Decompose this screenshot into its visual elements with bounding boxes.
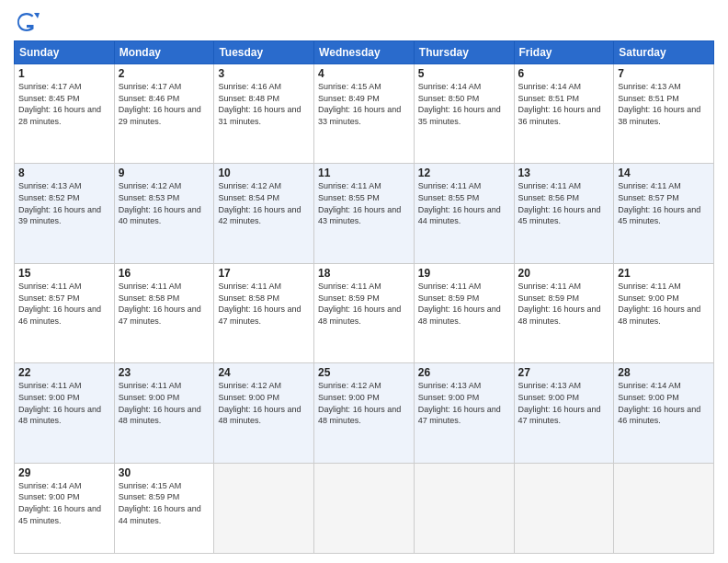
table-row: 24 Sunrise: 4:12 AM Sunset: 9:00 PM Dayl… bbox=[214, 363, 314, 463]
day-info: Sunrise: 4:12 AM Sunset: 9:00 PM Dayligh… bbox=[218, 380, 310, 426]
sunrise-label: Sunrise: 4:15 AM bbox=[119, 481, 182, 490]
sunrise-label: Sunrise: 4:14 AM bbox=[518, 82, 582, 91]
sunrise-label: Sunrise: 4:11 AM bbox=[119, 282, 182, 291]
daylight-label: Daylight: 16 hours and 48 minutes. bbox=[18, 405, 101, 426]
daylight-label: Daylight: 16 hours and 47 minutes. bbox=[218, 304, 301, 326]
day-info: Sunrise: 4:14 AM Sunset: 8:51 PM Dayligh… bbox=[518, 81, 610, 127]
day-number: 18 bbox=[318, 267, 410, 280]
day-number: 14 bbox=[618, 167, 710, 179]
sunrise-label: Sunrise: 4:14 AM bbox=[418, 82, 482, 91]
sunset-label: Sunset: 8:51 PM bbox=[518, 94, 580, 103]
sunrise-label: Sunrise: 4:12 AM bbox=[218, 381, 281, 390]
table-row: 4 Sunrise: 4:15 AM Sunset: 8:49 PM Dayli… bbox=[314, 64, 415, 164]
table-row: 8 Sunrise: 4:13 AM Sunset: 8:52 PM Dayli… bbox=[15, 164, 115, 263]
table-row bbox=[414, 463, 514, 553]
table-row: 7 Sunrise: 4:13 AM Sunset: 8:51 PM Dayli… bbox=[614, 64, 714, 164]
table-row: 20 Sunrise: 4:11 AM Sunset: 8:59 PM Dayl… bbox=[514, 263, 614, 362]
sunrise-label: Sunrise: 4:13 AM bbox=[518, 381, 582, 390]
table-row: 3 Sunrise: 4:16 AM Sunset: 8:48 PM Dayli… bbox=[214, 64, 314, 164]
day-info: Sunrise: 4:12 AM Sunset: 9:00 PM Dayligh… bbox=[318, 380, 410, 426]
table-row: 14 Sunrise: 4:11 AM Sunset: 8:57 PM Dayl… bbox=[614, 164, 714, 263]
table-row: 23 Sunrise: 4:11 AM Sunset: 9:00 PM Dayl… bbox=[114, 363, 214, 463]
sunset-label: Sunset: 8:59 PM bbox=[119, 492, 180, 501]
day-number: 15 bbox=[18, 267, 110, 280]
day-info: Sunrise: 4:11 AM Sunset: 8:55 PM Dayligh… bbox=[318, 180, 410, 226]
table-row: 22 Sunrise: 4:11 AM Sunset: 9:00 PM Dayl… bbox=[15, 363, 115, 463]
col-thursday: Thursday bbox=[414, 41, 514, 64]
daylight-label: Daylight: 16 hours and 47 minutes. bbox=[119, 304, 201, 326]
sunrise-label: Sunrise: 4:11 AM bbox=[418, 282, 482, 291]
calendar-page: Sunday Monday Tuesday Wednesday Thursday… bbox=[0, 0, 728, 563]
day-number: 13 bbox=[518, 167, 610, 179]
day-number: 16 bbox=[119, 267, 210, 280]
table-row: 28 Sunrise: 4:14 AM Sunset: 9:00 PM Dayl… bbox=[614, 363, 714, 463]
daylight-label: Daylight: 16 hours and 46 minutes. bbox=[18, 304, 101, 326]
calendar-body: 1 Sunrise: 4:17 AM Sunset: 8:45 PM Dayli… bbox=[15, 64, 714, 554]
sunset-label: Sunset: 8:48 PM bbox=[218, 94, 279, 103]
day-info: Sunrise: 4:14 AM Sunset: 9:00 PM Dayligh… bbox=[18, 480, 110, 526]
day-number: 30 bbox=[119, 466, 210, 479]
day-number: 26 bbox=[418, 366, 510, 379]
sunset-label: Sunset: 8:58 PM bbox=[119, 293, 180, 303]
daylight-label: Daylight: 16 hours and 48 minutes. bbox=[418, 304, 501, 326]
sunset-label: Sunset: 8:59 PM bbox=[318, 293, 380, 303]
sunrise-label: Sunrise: 4:11 AM bbox=[418, 181, 482, 190]
sunset-label: Sunset: 8:55 PM bbox=[318, 193, 380, 202]
sunrise-label: Sunrise: 4:11 AM bbox=[119, 381, 182, 390]
sunset-label: Sunset: 9:00 PM bbox=[418, 393, 480, 402]
sunset-label: Sunset: 8:58 PM bbox=[218, 293, 279, 303]
table-row: 26 Sunrise: 4:13 AM Sunset: 9:00 PM Dayl… bbox=[414, 363, 514, 463]
calendar-week-row: 29 Sunrise: 4:14 AM Sunset: 9:00 PM Dayl… bbox=[15, 463, 714, 553]
sunset-label: Sunset: 8:59 PM bbox=[518, 293, 580, 303]
daylight-label: Daylight: 16 hours and 31 minutes. bbox=[218, 105, 301, 126]
sunset-label: Sunset: 8:52 PM bbox=[18, 193, 80, 202]
daylight-label: Daylight: 16 hours and 36 minutes. bbox=[518, 105, 601, 126]
daylight-label: Daylight: 16 hours and 48 minutes. bbox=[618, 304, 700, 326]
daylight-label: Daylight: 16 hours and 44 minutes. bbox=[119, 504, 201, 525]
day-info: Sunrise: 4:11 AM Sunset: 8:57 PM Dayligh… bbox=[618, 180, 710, 226]
col-sunday: Sunday bbox=[15, 41, 115, 64]
day-info: Sunrise: 4:15 AM Sunset: 8:49 PM Dayligh… bbox=[318, 81, 410, 127]
sunset-label: Sunset: 8:51 PM bbox=[618, 94, 679, 103]
sunrise-label: Sunrise: 4:14 AM bbox=[18, 481, 82, 490]
calendar-header-row: Sunday Monday Tuesday Wednesday Thursday… bbox=[15, 41, 714, 64]
daylight-label: Daylight: 16 hours and 48 minutes. bbox=[218, 405, 301, 426]
day-info: Sunrise: 4:11 AM Sunset: 8:59 PM Dayligh… bbox=[418, 281, 510, 327]
day-number: 7 bbox=[618, 67, 710, 80]
sunrise-label: Sunrise: 4:16 AM bbox=[218, 82, 281, 91]
daylight-label: Daylight: 16 hours and 28 minutes. bbox=[18, 105, 101, 126]
day-number: 12 bbox=[418, 167, 510, 179]
col-saturday: Saturday bbox=[614, 41, 714, 64]
day-number: 4 bbox=[318, 67, 410, 80]
table-row: 18 Sunrise: 4:11 AM Sunset: 8:59 PM Dayl… bbox=[314, 263, 415, 362]
day-number: 20 bbox=[518, 267, 610, 280]
daylight-label: Daylight: 16 hours and 46 minutes. bbox=[618, 405, 700, 426]
day-number: 5 bbox=[418, 67, 510, 80]
table-row bbox=[514, 463, 614, 553]
logo-icon bbox=[14, 9, 40, 35]
sunrise-label: Sunrise: 4:11 AM bbox=[518, 181, 582, 190]
day-number: 17 bbox=[218, 267, 310, 280]
daylight-label: Daylight: 16 hours and 45 minutes. bbox=[18, 504, 101, 525]
table-row: 10 Sunrise: 4:12 AM Sunset: 8:54 PM Dayl… bbox=[214, 164, 314, 263]
day-number: 24 bbox=[218, 366, 310, 379]
day-info: Sunrise: 4:12 AM Sunset: 8:53 PM Dayligh… bbox=[119, 180, 210, 226]
daylight-label: Daylight: 16 hours and 45 minutes. bbox=[618, 205, 700, 226]
calendar-week-row: 15 Sunrise: 4:11 AM Sunset: 8:57 PM Dayl… bbox=[15, 263, 714, 362]
sunrise-label: Sunrise: 4:13 AM bbox=[418, 381, 482, 390]
calendar-week-row: 8 Sunrise: 4:13 AM Sunset: 8:52 PM Dayli… bbox=[15, 164, 714, 263]
day-number: 28 bbox=[618, 366, 710, 379]
table-row: 19 Sunrise: 4:11 AM Sunset: 8:59 PM Dayl… bbox=[414, 263, 514, 362]
calendar-week-row: 1 Sunrise: 4:17 AM Sunset: 8:45 PM Dayli… bbox=[15, 64, 714, 164]
table-row: 17 Sunrise: 4:11 AM Sunset: 8:58 PM Dayl… bbox=[214, 263, 314, 362]
sunset-label: Sunset: 9:00 PM bbox=[18, 492, 80, 501]
table-row: 6 Sunrise: 4:14 AM Sunset: 8:51 PM Dayli… bbox=[514, 64, 614, 164]
day-number: 6 bbox=[518, 67, 610, 80]
table-row: 12 Sunrise: 4:11 AM Sunset: 8:55 PM Dayl… bbox=[414, 164, 514, 263]
day-number: 10 bbox=[218, 167, 310, 179]
day-info: Sunrise: 4:11 AM Sunset: 8:56 PM Dayligh… bbox=[518, 180, 610, 226]
daylight-label: Daylight: 16 hours and 38 minutes. bbox=[618, 105, 700, 126]
sunrise-label: Sunrise: 4:15 AM bbox=[318, 82, 381, 91]
sunset-label: Sunset: 8:54 PM bbox=[218, 193, 279, 202]
sunset-label: Sunset: 8:45 PM bbox=[18, 94, 80, 103]
